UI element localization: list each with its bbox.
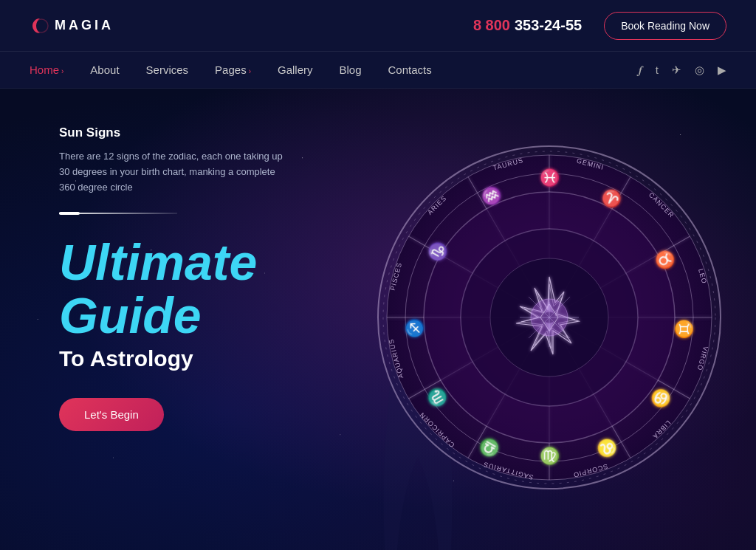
nav-link-gallery[interactable]: Gallery (278, 63, 313, 76)
site-header: MAGIA 8 800 353-24-55 Book Reading Now (0, 0, 756, 52)
svg-text:♓: ♓ (540, 168, 560, 188)
nav-item-pages[interactable]: Pages› (215, 63, 251, 77)
phone-area: 8 800 353-24-55 (473, 17, 582, 34)
main-nav: Home› About Services Pages› Gallery Blog (0, 52, 756, 89)
nav-item-services[interactable]: Services (146, 63, 189, 77)
logo-text: MAGIA (55, 18, 114, 33)
hero-content: Sun Signs There are 12 signs of the zodi… (59, 126, 288, 431)
youtube-icon[interactable]: ▶ (718, 63, 726, 77)
nav-item-about[interactable]: About (90, 63, 119, 77)
zodiac-wheel: ♓ ♈ ♉ ♊ ♋ ♌ ♍ ♎ ♏ ♐ ♑ ♒ PISCES ARIES (372, 140, 726, 495)
chevron-icon: › (61, 67, 63, 75)
svg-text:♊: ♊ (674, 319, 694, 340)
svg-text:♍: ♍ (540, 446, 560, 466)
book-reading-button[interactable]: Book Reading Now (604, 12, 726, 40)
phone-number: 353-24-55 (515, 17, 582, 34)
nav-link-about[interactable]: About (90, 63, 119, 76)
sun-signs-description: There are 12 signs of the zodiac, each o… (59, 149, 288, 195)
svg-text:♐: ♐ (405, 318, 425, 339)
phone-prefix: 8 800 (473, 17, 510, 34)
nav-links: Home› About Services Pages› Gallery Blog (30, 63, 432, 77)
nav-link-blog[interactable]: Blog (340, 63, 362, 76)
nav-item-gallery[interactable]: Gallery (278, 63, 313, 77)
nav-link-pages[interactable]: Pages› (215, 63, 251, 76)
telegram-icon[interactable]: ✈ (672, 63, 681, 77)
cta-button[interactable]: Let's Begin (59, 398, 164, 431)
logo-moon-icon (30, 16, 50, 36)
sun-signs-heading: Sun Signs (59, 126, 288, 140)
nav-item-home[interactable]: Home› (30, 63, 63, 77)
nav-link-home[interactable]: Home› (30, 63, 63, 76)
social-links: 𝒇 t ✈ ◎ ▶ (639, 63, 726, 77)
nav-link-contacts[interactable]: Contacts (388, 63, 432, 76)
zodiac-wheel-container: ♓ ♈ ♉ ♊ ♋ ♌ ♍ ♎ ♏ ♐ ♑ ♒ PISCES ARIES (365, 103, 734, 532)
divider (59, 213, 177, 214)
chevron-icon: › (249, 67, 251, 75)
logo[interactable]: MAGIA (30, 16, 114, 36)
svg-point-0 (35, 19, 48, 32)
tumblr-icon[interactable]: t (656, 63, 659, 76)
hero-section: Sun Signs There are 12 signs of the zodi… (0, 89, 756, 550)
hero-subtitle: To Astrology (59, 346, 288, 371)
instagram-icon[interactable]: ◎ (695, 63, 704, 77)
facebook-icon[interactable]: 𝒇 (639, 63, 642, 77)
nav-item-blog[interactable]: Blog (340, 63, 362, 77)
hero-title-line2: Guide (59, 289, 288, 342)
nav-link-services[interactable]: Services (146, 63, 189, 76)
nav-item-contacts[interactable]: Contacts (388, 63, 432, 77)
hero-title-line1: Ultimate (59, 236, 288, 289)
